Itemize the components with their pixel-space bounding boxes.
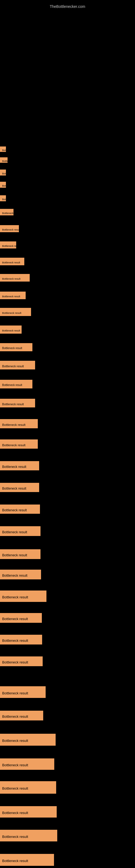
bottleneck-result-item[interactable]: Bottleneck result (0, 361, 35, 369)
bottleneck-result-item[interactable]: Bottleneck result (0, 326, 21, 334)
bottleneck-result-item[interactable]: Bottleneck result (0, 439, 38, 448)
bottleneck-result-item[interactable]: Bottleneck result (0, 291, 26, 299)
bottleneck-result-item[interactable]: Bottleneck result (0, 258, 24, 265)
bottleneck-result-item[interactable]: Bottleneck result (0, 419, 38, 428)
bottleneck-result-item[interactable]: Bottleneck result (0, 830, 57, 841)
bottleneck-result-item[interactable]: Bottleneck result (0, 195, 6, 201)
site-title: TheBottlenecker.com (50, 2, 85, 11)
bottleneck-result-item[interactable]: Bottleneck result (0, 549, 41, 559)
bottleneck-result-item[interactable]: Bottleneck result (0, 169, 6, 176)
bottleneck-result-item[interactable]: Bottleneck result (0, 147, 6, 152)
bottleneck-result-item[interactable]: Bottleneck result (0, 656, 43, 666)
bottleneck-result-item[interactable]: Bottleneck result (0, 734, 56, 746)
bottleneck-result-item[interactable]: Bottleneck result (0, 758, 54, 770)
bottleneck-result-item[interactable]: Bottleneck result (0, 483, 39, 492)
bottleneck-result-item[interactable]: Bottleneck result (0, 711, 43, 720)
bottleneck-result-item[interactable]: Bottleneck result (0, 399, 35, 407)
bottleneck-result-item[interactable]: Bottleneck result (0, 590, 46, 602)
bottleneck-result-item[interactable]: Bottleneck result (0, 854, 54, 866)
bottleneck-result-item[interactable]: Bottleneck result (0, 182, 6, 188)
bottleneck-result-item[interactable]: Bottleneck result (0, 241, 16, 248)
bottleneck-result-item[interactable]: Bottleneck result (0, 504, 40, 514)
bottleneck-result-item[interactable]: Bottleneck result (0, 308, 31, 316)
bottleneck-result-item[interactable]: Bottleneck result (0, 157, 8, 163)
bottleneck-result-item[interactable]: Bottleneck result (0, 380, 32, 389)
bottleneck-result-item[interactable]: Bottleneck result (0, 209, 13, 215)
bottleneck-result-item[interactable]: Bottleneck result (0, 569, 41, 579)
bottleneck-result-item[interactable]: Bottleneck result (0, 461, 39, 470)
bottleneck-result-item[interactable]: Bottleneck result (0, 225, 19, 232)
bottleneck-result-item[interactable]: Bottleneck result (0, 781, 56, 794)
bottleneck-result-item[interactable]: Bottleneck result (0, 686, 46, 698)
bottleneck-result-item[interactable]: Bottleneck result (0, 613, 42, 623)
bottleneck-result-item[interactable]: Bottleneck result (0, 806, 57, 817)
bottleneck-result-item[interactable]: Bottleneck result (0, 526, 41, 536)
bottleneck-result-item[interactable]: Bottleneck result (0, 635, 42, 645)
bottleneck-result-item[interactable]: Bottleneck result (0, 274, 30, 282)
bottleneck-result-item[interactable]: Bottleneck result (0, 343, 32, 351)
